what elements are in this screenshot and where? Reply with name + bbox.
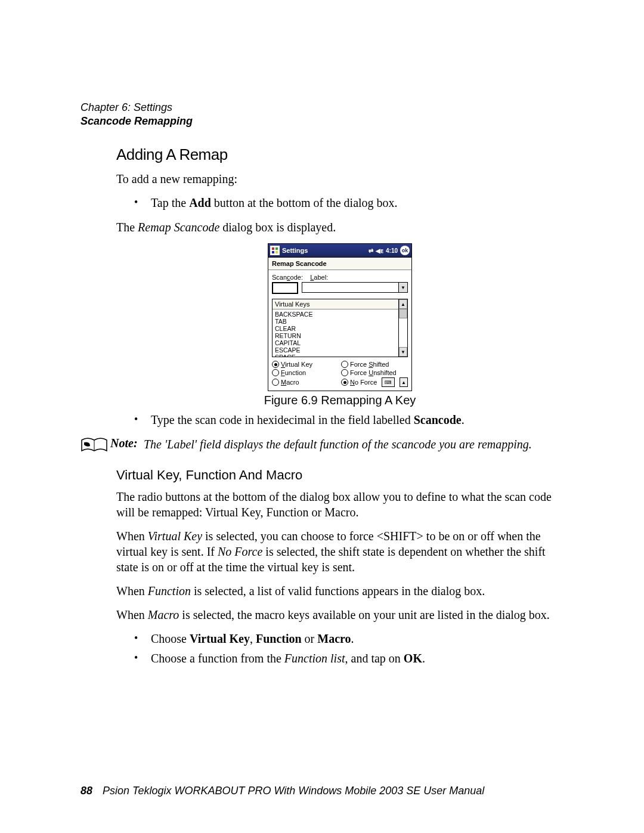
svg-rect-3 [275,251,278,253]
svg-rect-2 [272,251,274,253]
list-item[interactable]: SPACE [275,354,396,357]
bullet-list-1: Tap the Add button at the bottom of the … [116,195,564,211]
field-labels: Scancode: Label: [272,274,408,281]
radio-dot-icon [341,379,348,386]
body-block: Adding A Remap To add a new remapping: T… [116,145,564,428]
heading-adding-remap: Adding A Remap [116,145,564,164]
dialog-subtitle: Remap Scancode [268,258,411,270]
keyboard-icon[interactable]: ⌨ [382,377,395,387]
status-icons: ⇄ ◀ᴇ 4:10 [369,247,398,254]
p-radio-1: The radio buttons at the bottom of the d… [116,489,564,520]
list-item[interactable]: CAPITAL [275,339,396,346]
radio-no-force[interactable]: No Force [341,379,377,386]
bullet-choose-type: Choose Virtual Key, Function or Macro. [151,631,564,647]
bullet-choose-function: Choose a function from the Function list… [151,651,564,667]
dialog-titlebar: Settings ⇄ ◀ᴇ 4:10 ok [268,244,411,258]
virtual-keys-listbox[interactable]: Virtual Keys BACKSPACE TAB CLEAR RETURN … [272,299,408,357]
bullet-list-2: Type the scan code in hexidecimal in the… [116,412,564,428]
remap-scancode-dialog: Settings ⇄ ◀ᴇ 4:10 ok Remap Scancode Sca… [268,243,412,391]
list-item[interactable]: ESCAPE [275,346,396,354]
ok-button[interactable]: ok [400,246,410,255]
speaker-icon[interactable]: ◀ᴇ [376,247,383,254]
radio-dot-icon [272,379,279,386]
bullet-add: Tap the Add button at the bottom of the … [151,195,564,211]
running-header-section: Scancode Remapping [80,115,564,128]
figure-caption: Figure 6.9 Remapping A Key [116,394,564,407]
svg-rect-0 [272,247,274,250]
running-header-chapter: Chapter 6: Settings [80,101,564,114]
radio-force-unshifted[interactable]: Force Unshifted [341,369,408,376]
radio-virtual-key[interactable]: Virtual Key [272,361,339,368]
p-radio-4: When Macro is selected, the macro keys a… [116,607,564,623]
radio-dot-icon [341,369,348,376]
radio-dot-icon [272,369,279,376]
radio-dot-icon [272,361,279,368]
list-item[interactable]: RETURN [275,332,396,339]
sip-up-icon[interactable]: ▲ [400,377,408,387]
radio-force-shifted[interactable]: Force Shifted [341,361,408,368]
clock-text: 4:10 [386,247,398,254]
titlebar-text: Settings [282,247,308,254]
scroll-thumb[interactable] [399,309,407,347]
note-label: Note: [110,436,144,456]
intro-text: To add a new remapping: [116,171,564,187]
note-text: The 'Label' field displays the default f… [144,436,564,456]
page-footer: 88 Psion Teklogix WORKABOUT PRO With Win… [80,785,484,797]
listbox-header: Virtual Keys [273,299,398,309]
note-block: Note: The 'Label' field displays the def… [80,436,564,456]
label-select[interactable]: ▼ [302,282,408,293]
list-item[interactable]: CLEAR [275,325,396,332]
list-item[interactable]: BACKSPACE [275,311,396,318]
dialog-body: Scancode: Label: ▼ Virtual Keys BACKSPAC… [268,270,411,391]
scroll-down-icon[interactable]: ▼ [399,347,407,357]
scancode-input[interactable] [272,282,298,294]
manual-title: Psion Teklogix WORKABOUT PRO With Window… [103,785,484,797]
list-item[interactable]: TAB [275,318,396,325]
dialog-displayed-text: The Remap Scancode dialog box is display… [116,219,564,235]
connectivity-icon[interactable]: ⇄ [369,247,373,254]
manual-page: Chapter 6: Settings Scancode Remapping A… [0,0,644,833]
radio-macro[interactable]: Macro [272,377,339,387]
heading-vk-fn-macro: Virtual Key, Function And Macro [116,467,564,483]
scroll-up-icon[interactable]: ▲ [399,299,407,309]
svg-rect-1 [275,247,278,250]
radio-function[interactable]: Function [272,369,339,376]
bullet-type-scancode: Type the scan code in hexidecimal in the… [151,412,564,428]
page-number: 88 [80,785,92,797]
radio-dot-icon [341,361,348,368]
p-radio-2: When Virtual Key is selected, you can ch… [116,528,564,575]
p-radio-3: When Function is selected, a list of val… [116,583,564,599]
radio-group: Virtual Key Force Shifted Function Force… [272,361,408,387]
scrollbar[interactable]: ▲ ▼ [398,299,407,357]
bullet-list-3: Choose Virtual Key, Function or Macro. C… [116,631,564,667]
start-icon[interactable] [270,246,280,255]
chevron-down-icon[interactable]: ▼ [398,283,407,292]
book-icon [80,436,110,456]
